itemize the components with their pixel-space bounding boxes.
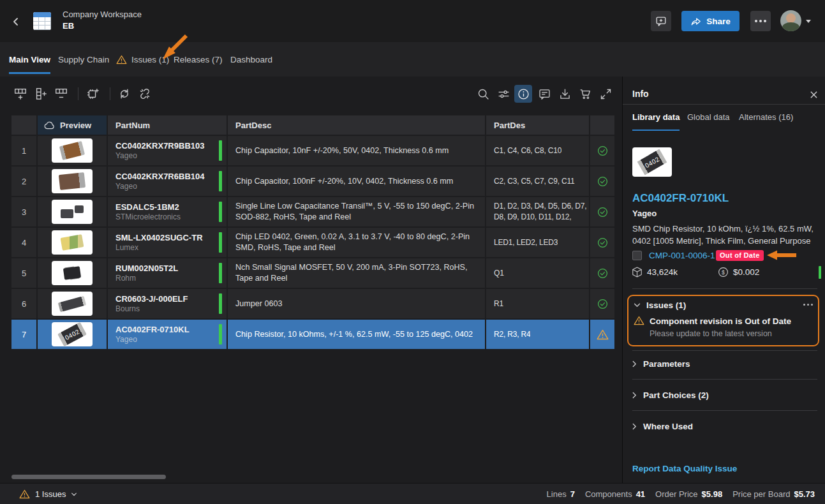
part-photo-large: 0402	[632, 147, 672, 177]
supply-status-bar	[819, 266, 821, 279]
more-options-button[interactable]	[750, 11, 771, 31]
workspace-app-icon	[33, 12, 51, 30]
cart-button[interactable]	[576, 85, 594, 103]
price-icon: $	[717, 266, 729, 278]
add-column-button[interactable]	[32, 85, 50, 103]
header-row-number[interactable]	[11, 115, 36, 135]
led-photo	[52, 230, 93, 255]
diode-packages-photo	[52, 200, 93, 224]
header-partnum[interactable]: PartNum	[108, 115, 227, 135]
table-row[interactable]: 1 CC0402KRX7R9BB103Yageo Chip Capacitor,…	[11, 136, 614, 165]
panel-part-number-link[interactable]: AC0402FR-0710KL	[632, 192, 729, 205]
check-circle-icon	[597, 145, 609, 157]
chevron-down-icon	[634, 303, 641, 308]
part-description: Nch Small Signal MOSFET, 50 V, 200 mA, 3…	[235, 262, 481, 284]
row-number: 3	[11, 197, 36, 226]
add-row-button[interactable]	[11, 85, 29, 103]
part-designators: C2, C3, C5, C7, C9, C11	[494, 176, 575, 187]
table-row[interactable]: 2 CC0402KRX7R6BB104Yageo Chip Capacitor,…	[11, 167, 614, 196]
tab-supply-chain[interactable]: Supply Chain	[58, 42, 109, 77]
part-designators: R2, R3, R4	[494, 329, 530, 340]
section-where-used[interactable]: Where Used	[632, 420, 817, 433]
info-panel-close-button[interactable]	[808, 89, 819, 100]
add-comment-button[interactable]	[651, 11, 671, 31]
user-avatar[interactable]	[780, 10, 801, 31]
annotation-arrow-issues-tab	[158, 33, 190, 60]
manufacturer: Yageo	[115, 182, 204, 191]
status-bar: 1 Issues Lines7 Components41 Order Price…	[0, 483, 825, 504]
expand-button[interactable]	[597, 85, 614, 103]
download-button[interactable]	[556, 85, 574, 103]
mosfet-photo	[52, 261, 93, 285]
row-number: 7	[11, 320, 36, 349]
manufacturer: STMicroelectronics	[115, 212, 181, 222]
manufacturer: Lumex	[115, 243, 203, 253]
manufacturer: Yageo	[115, 335, 190, 345]
check-circle-icon	[597, 298, 609, 310]
panel-tab-global-data[interactable]: Global data	[687, 112, 730, 129]
avatar-dropdown-caret[interactable]	[806, 20, 811, 23]
tab-main-view[interactable]: Main View	[9, 42, 50, 77]
warning-triangle-icon	[597, 329, 609, 340]
issues-more-button[interactable]	[807, 304, 809, 306]
back-button[interactable]	[9, 15, 23, 29]
table-row-selected[interactable]: 7 0402 AC0402FR-0710KLYageo Chip Resisto…	[11, 320, 614, 349]
mlcc-capacitor-photo	[52, 169, 93, 193]
panel-tab-alternates[interactable]: Alternates (16)	[739, 112, 793, 129]
workspace-name: Company Workspace	[63, 10, 142, 19]
panel-part-description: SMD Chip Resistor, 10 kOhm, ï¿½ 1%, 62.5…	[632, 223, 821, 247]
section-part-choices[interactable]: Part Choices (2)	[632, 389, 817, 401]
filter-button[interactable]	[494, 85, 512, 103]
component-checkbox[interactable]	[632, 251, 642, 260]
chevron-right-icon	[632, 392, 637, 399]
table-row[interactable]: 4 SML-LX0402SUGC-TRLumex Chip LED 0402, …	[11, 228, 614, 257]
view-tabs: Main View Supply Chain Issues (1) Releas…	[0, 42, 825, 77]
warning-triangle-icon	[116, 55, 127, 64]
header-partdesc[interactable]: PartDesc	[228, 115, 485, 135]
stock-icon	[631, 266, 643, 278]
project-name: EB	[63, 21, 74, 31]
header-partdes[interactable]: PartDes	[486, 115, 589, 135]
search-button[interactable]	[474, 85, 492, 103]
part-designators: LED1, LED2, LED3	[494, 237, 558, 248]
tab-dashboard[interactable]: Dashboard	[230, 42, 272, 77]
report-data-quality-link[interactable]: Report Data Quality Issue	[632, 464, 737, 473]
unlink-button[interactable]	[136, 85, 154, 103]
part-description: Chip Capacitor, 100nF +/-20%, 10V, 0402,…	[235, 176, 453, 187]
stock-quantity: 43,624k	[647, 267, 678, 277]
part-number: RUM002N05T2L	[115, 263, 178, 274]
issues-section-highlighted: Issues (1) Component revision is Out of …	[627, 295, 819, 346]
issue-subtitle: Please update to the latest version	[650, 329, 772, 338]
manufacturer: Bourns	[115, 304, 188, 314]
issue-title: Component revision is Out of Date	[650, 316, 791, 326]
manufacturer: Rohm	[115, 274, 178, 283]
issues-summary-dropdown[interactable]: 1 Issues	[19, 484, 77, 504]
section-parameters[interactable]: Parameters	[632, 357, 817, 370]
warning-triangle-icon	[19, 489, 30, 499]
share-button[interactable]: Share	[681, 11, 740, 31]
row-number: 5	[11, 258, 36, 288]
check-circle-icon	[597, 175, 609, 188]
panel-manufacturer: Yageo	[632, 209, 657, 218]
supply-status-bar	[219, 293, 222, 314]
panel-tab-library-data[interactable]: Library data	[632, 112, 680, 129]
row-number: 2	[11, 167, 36, 196]
horizontal-scrollbar[interactable]	[11, 475, 166, 479]
info-panel-toggle-button[interactable]	[514, 85, 532, 103]
header-status[interactable]	[590, 115, 614, 135]
table-header-row: Preview PartNum PartDesc PartDes	[11, 115, 614, 135]
cloud-icon	[44, 121, 55, 130]
table-row[interactable]: 5 RUM002N05T2LRohm Nch Small Signal MOSF…	[11, 258, 614, 288]
header-preview[interactable]: Preview	[38, 115, 107, 135]
refresh-button[interactable]	[115, 85, 133, 103]
check-circle-icon	[597, 267, 609, 279]
remove-row-button[interactable]	[52, 85, 70, 103]
component-id-link[interactable]: CMP-001-0006-1	[649, 251, 715, 260]
issues-section-header[interactable]: Issues (1)	[634, 300, 686, 310]
table-row[interactable]: 6 CR0603-J/-000ELFBourns Jumper 0603 R1	[11, 289, 614, 318]
table-row[interactable]: 3 ESDALC5-1BM2STMicroelectronics Single …	[11, 197, 614, 226]
supply-status-bar	[219, 140, 222, 161]
comments-button[interactable]	[535, 85, 553, 103]
supply-status-bar	[219, 324, 222, 345]
add-part-button[interactable]	[84, 85, 101, 103]
